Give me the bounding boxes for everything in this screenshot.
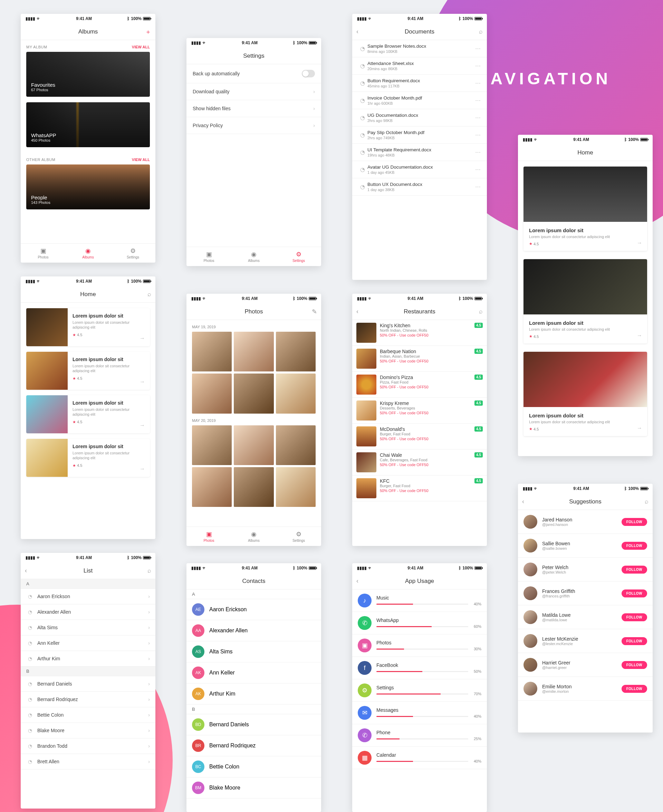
- suggestion-row[interactable]: Sallie Bowen @sallie.bowen FOLLOW: [518, 534, 653, 558]
- list-row[interactable]: ◔ Ann Keller ›: [21, 635, 155, 651]
- tab-photos[interactable]: ▣Photos: [186, 527, 231, 546]
- document-row[interactable]: ◔ UG Documentation.docx2hrs ago 98KB ⋯: [352, 109, 487, 126]
- restaurant-row[interactable]: KFC Burger, Fast Food 50% OFF - Use code…: [352, 475, 487, 501]
- photo-thumbnail[interactable]: [234, 425, 273, 465]
- arrow-right-icon[interactable]: →: [637, 332, 642, 339]
- list-row[interactable]: ◔ Blake Moore ›: [21, 723, 155, 738]
- restaurant-row[interactable]: Chai Wale Cafe, Beverages, Fast Food 50%…: [352, 449, 487, 475]
- tab-albums[interactable]: ◉Albums: [231, 247, 276, 266]
- more-icon[interactable]: ⋯: [475, 132, 481, 138]
- list-row[interactable]: ◔ Aaron Erickson ›: [21, 589, 155, 605]
- photo-thumbnail[interactable]: [192, 374, 232, 413]
- tab-settings[interactable]: ⚙Settings: [276, 527, 321, 546]
- setting-row[interactable]: Back up automatically: [186, 64, 321, 83]
- list-row[interactable]: ◔ Brandon Todd ›: [21, 738, 155, 754]
- more-icon[interactable]: ⋯: [475, 80, 481, 86]
- setting-row[interactable]: Download quality›: [186, 83, 321, 100]
- back-icon[interactable]: ‹: [25, 567, 27, 574]
- usage-row[interactable]: ▦ Calendar 40%: [352, 747, 487, 769]
- search-icon[interactable]: ⌕: [147, 567, 151, 574]
- tab-settings[interactable]: ⚙Settings: [110, 244, 155, 263]
- suggestion-row[interactable]: Peter Welch @peter.Welch FOLLOW: [518, 558, 653, 582]
- document-row[interactable]: ◔ Avatar UG Documentation.docx1 day ago …: [352, 161, 487, 178]
- photo-thumbnail[interactable]: [234, 467, 273, 507]
- follow-button[interactable]: FOLLOW: [622, 518, 647, 526]
- more-icon[interactable]: ⋯: [475, 45, 481, 52]
- toggle-switch[interactable]: [302, 70, 315, 78]
- suggestion-row[interactable]: Jared Hanson @jared.hanson FOLLOW: [518, 510, 653, 534]
- list-row[interactable]: ◔ Alexander Allen ›: [21, 605, 155, 620]
- contact-row[interactable]: AE Aaron Erickson: [186, 599, 321, 620]
- photo-thumbnail[interactable]: [276, 374, 315, 413]
- usage-row[interactable]: f FaceBook 50%: [352, 657, 487, 679]
- list-row[interactable]: ◔ Bernard Rodriquez ›: [21, 692, 155, 707]
- usage-row[interactable]: ✆ WhatsApp 60%: [352, 612, 487, 634]
- home-card[interactable]: Lorem ipsum dolor sit Lorem ipsum dolor …: [26, 308, 150, 346]
- arrow-right-icon[interactable]: →: [139, 335, 145, 341]
- more-icon[interactable]: ⋯: [475, 97, 481, 104]
- photo-thumbnail[interactable]: [192, 332, 232, 371]
- follow-button[interactable]: FOLLOW: [622, 542, 647, 550]
- tab-albums[interactable]: ◉Albums: [231, 527, 276, 546]
- album-card[interactable]: WhatsAPP 450 Photos: [26, 102, 150, 147]
- follow-button[interactable]: FOLLOW: [622, 661, 647, 669]
- photo-thumbnail[interactable]: [276, 332, 315, 371]
- back-icon[interactable]: ‹: [522, 498, 524, 505]
- suggestion-row[interactable]: Emilie Morton @emilie.morton FOLLOW: [518, 677, 653, 701]
- restaurant-row[interactable]: Domino's Pizza Pizza, Fast Food 50% OFF …: [352, 372, 487, 398]
- tab-photos[interactable]: ▣Photos: [186, 247, 231, 266]
- photo-thumbnail[interactable]: [234, 332, 273, 371]
- contact-row[interactable]: AK Ann Keller: [186, 662, 321, 684]
- contact-row[interactable]: AA Alexander Allen: [186, 620, 321, 641]
- usage-row[interactable]: ♪ Music 40%: [352, 590, 487, 612]
- search-icon[interactable]: ⌕: [479, 28, 483, 35]
- contact-row[interactable]: BM Blake Moore: [186, 778, 321, 799]
- follow-button[interactable]: FOLLOW: [622, 685, 647, 693]
- document-row[interactable]: ◔ Attendance Sheet.xlsx20mins ago 86KB ⋯: [352, 57, 487, 75]
- album-card[interactable]: Favourites 67 Photos: [26, 52, 150, 97]
- document-row[interactable]: ◔ Invoice October Month.pdf1hr ago 600KB…: [352, 92, 487, 109]
- photo-thumbnail[interactable]: [192, 467, 232, 507]
- photo-thumbnail[interactable]: [276, 425, 315, 465]
- contact-row[interactable]: BR Bernard Rodriquez: [186, 735, 321, 756]
- photo-thumbnail[interactable]: [276, 467, 315, 507]
- more-icon[interactable]: ⋯: [475, 63, 481, 69]
- usage-row[interactable]: ▣ Photos 30%: [352, 634, 487, 657]
- follow-button[interactable]: FOLLOW: [622, 566, 647, 574]
- add-icon[interactable]: ＋: [145, 28, 151, 36]
- usage-row[interactable]: ✉ Messages 40%: [352, 702, 487, 724]
- home-card[interactable]: Lorem ipsum dolor sit Lorem ipsum dolor …: [524, 167, 647, 251]
- list-row[interactable]: ◔ Brett Allen ›: [21, 754, 155, 770]
- document-row[interactable]: ◔ Button UX Document.docx1 day ago 38KB …: [352, 178, 487, 196]
- tab-photos[interactable]: ▣Photos: [21, 244, 66, 263]
- setting-row[interactable]: Privacy Policy›: [186, 117, 321, 134]
- search-icon[interactable]: ⌕: [479, 308, 483, 315]
- more-icon[interactable]: ⋯: [475, 183, 481, 190]
- suggestion-row[interactable]: Harriet Greer @harriet.greer FOLLOW: [518, 653, 653, 677]
- back-icon[interactable]: ‹: [356, 28, 359, 35]
- document-row[interactable]: ◔ Sample Browser Notes.docx8mins ago 100…: [352, 40, 487, 57]
- search-icon[interactable]: ⌕: [645, 498, 648, 505]
- restaurant-row[interactable]: Krispy Kreme Desserts, Beverages 50% OFF…: [352, 398, 487, 424]
- usage-row[interactable]: ✆ Phone 25%: [352, 724, 487, 747]
- follow-button[interactable]: FOLLOW: [622, 590, 647, 597]
- list-row[interactable]: ◔ Bettie Colon ›: [21, 707, 155, 723]
- follow-button[interactable]: FOLLOW: [622, 637, 647, 645]
- restaurant-row[interactable]: McDonald's Burger, Fast Food 50% OFF - U…: [352, 424, 487, 449]
- setting-row[interactable]: Show hidden files›: [186, 100, 321, 117]
- arrow-right-icon[interactable]: →: [139, 466, 145, 472]
- contact-row[interactable]: BC Bettie Colon: [186, 756, 321, 778]
- contact-row[interactable]: BD Bernard Daniels: [186, 714, 321, 735]
- home-card[interactable]: Lorem ipsum dolor sit Lorem ipsum dolor …: [524, 259, 647, 344]
- home-card[interactable]: Lorem ipsum dolor sit Lorem ipsum dolor …: [26, 395, 150, 433]
- restaurant-row[interactable]: King's Kitchen North Indian, Chinese, Ro…: [352, 320, 487, 346]
- document-row[interactable]: ◔ Pay Slip October Month.pdf2hrs ago 749…: [352, 126, 487, 144]
- home-card[interactable]: Lorem ipsum dolor sit Lorem ipsum dolor …: [26, 439, 150, 477]
- list-row[interactable]: ◔ Arthur Kim ›: [21, 651, 155, 666]
- usage-row[interactable]: ⚙ Settings 70%: [352, 679, 487, 702]
- view-all-link[interactable]: VIEW ALL: [132, 157, 150, 162]
- tab-settings[interactable]: ⚙Settings: [276, 247, 321, 266]
- document-row[interactable]: ◔ Button Requirement.docx45mins ago 117K…: [352, 75, 487, 92]
- follow-button[interactable]: FOLLOW: [622, 613, 647, 621]
- arrow-right-icon[interactable]: →: [637, 240, 642, 246]
